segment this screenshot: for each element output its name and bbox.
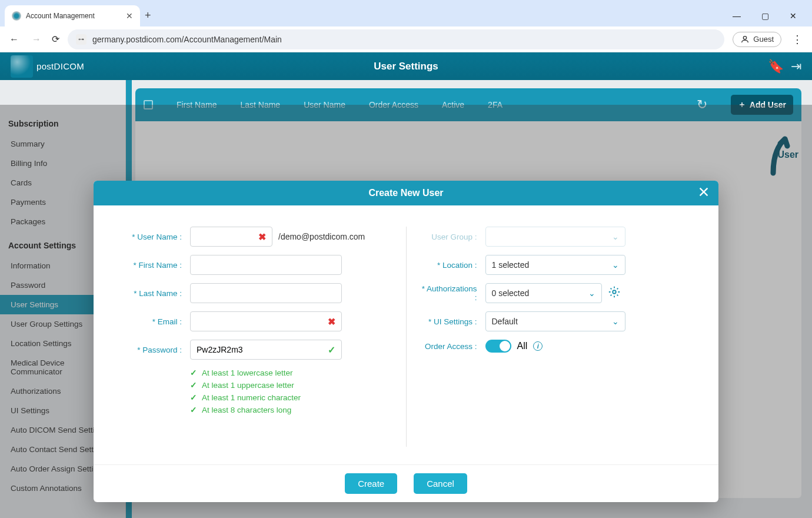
modal-right-column: User Group : ⌄ * Location : 1 selected ⌄… [407, 227, 701, 447]
brand-logo[interactable]: postDICOM [11, 55, 84, 78]
modal-title: Create New User [368, 188, 443, 198]
create-user-modal: Create New User * User Name : ✖ /demo@po… [94, 181, 718, 502]
order-access-value: All [517, 341, 528, 351]
label-last-name: * Last Name : [123, 289, 182, 298]
email-input[interactable] [197, 312, 328, 331]
modal-left-column: * User Name : ✖ /demo@postdicom.com * Fi… [111, 227, 407, 447]
first-name-input[interactable] [197, 255, 335, 274]
url-text: germany.postdicom.com/AccountManagement/… [92, 35, 282, 44]
browser-menu-button[interactable]: ⋮ [790, 33, 805, 46]
browser-toolbar: ← → ⟳ ⊶ germany.postdicom.com/AccountMan… [0, 26, 812, 52]
error-icon: ✖ [328, 316, 335, 327]
close-window-button[interactable]: ✕ [786, 11, 800, 21]
modal-header: Create New User [94, 181, 718, 205]
browser-tab-bar: Account Management ✕ + — ▢ ✕ [0, 0, 812, 26]
new-tab-button[interactable]: + [145, 9, 151, 26]
ui-settings-select[interactable]: Default ⌄ [485, 311, 625, 331]
tab-title: Account Management [26, 12, 121, 20]
label-email: * Email : [123, 317, 182, 326]
browser-tab[interactable]: Account Management ✕ [5, 5, 140, 26]
back-button[interactable]: ← [7, 34, 21, 45]
address-bar[interactable]: ⊶ germany.postdicom.com/AccountManagemen… [68, 29, 724, 49]
label-user-name: * User Name : [123, 233, 182, 241]
svg-point-1 [613, 290, 616, 294]
pw-rule-numeric: At least 1 numeric character [190, 393, 394, 402]
chevron-down-icon: ⌄ [612, 317, 619, 326]
exit-icon[interactable]: ⇥ [791, 59, 801, 74]
close-icon [697, 185, 710, 198]
order-access-toggle[interactable] [485, 340, 511, 353]
person-icon [740, 35, 750, 44]
label-location: * Location : [418, 261, 477, 270]
user-group-select[interactable]: ⌄ [485, 227, 625, 247]
create-button[interactable]: Create [345, 473, 397, 494]
check-icon: ✓ [328, 344, 335, 356]
label-order-access: Order Access : [418, 342, 477, 351]
reload-button[interactable]: ⟳ [52, 34, 59, 45]
chevron-down-icon: ⌄ [588, 288, 595, 298]
authorizations-settings-button[interactable] [608, 285, 621, 301]
gear-icon [608, 285, 621, 298]
first-name-input-wrap [190, 255, 342, 275]
label-user-group: User Group : [418, 233, 477, 241]
label-first-name: * First Name : [123, 261, 182, 270]
pw-rule-uppercase: At least 1 uppercase letter [190, 380, 394, 390]
close-tab-icon[interactable]: ✕ [126, 11, 133, 21]
label-ui-settings: * UI Settings : [418, 317, 477, 326]
last-name-input-wrap [190, 283, 342, 303]
brand-text: postDICOM [36, 61, 84, 71]
minimize-button[interactable]: — [730, 11, 744, 21]
profile-button[interactable]: Guest [733, 32, 781, 47]
email-input-wrap: ✖ [190, 311, 342, 331]
site-info-icon[interactable]: ⊶ [76, 34, 86, 45]
logo-icon [11, 55, 33, 78]
maximize-button[interactable]: ▢ [758, 11, 772, 21]
error-icon: ✖ [258, 231, 266, 243]
pw-rule-length: At least 8 characters long [190, 405, 394, 414]
svg-point-0 [744, 36, 747, 39]
chevron-down-icon: ⌄ [612, 260, 619, 270]
password-input-wrap: ✓ [190, 340, 342, 360]
tab-favicon-icon [12, 11, 21, 21]
user-name-suffix: /demo@postdicom.com [278, 232, 365, 241]
info-icon[interactable]: i [533, 341, 543, 351]
last-name-input[interactable] [197, 284, 335, 303]
cancel-button[interactable]: Cancel [414, 473, 467, 494]
user-name-input-wrap: ✖ [190, 227, 272, 247]
app-header: postDICOM User Settings 🔖 ⇥ [0, 52, 812, 80]
location-select[interactable]: 1 selected ⌄ [485, 255, 625, 275]
password-input[interactable] [197, 340, 328, 359]
credits-icon[interactable]: 🔖 [768, 59, 784, 74]
page-title: User Settings [374, 61, 438, 72]
forward-button[interactable]: → [29, 34, 44, 45]
password-rules: At least 1 lowercase letter At least 1 u… [190, 368, 394, 414]
window-controls: — ▢ ✕ [730, 11, 807, 26]
chevron-down-icon: ⌄ [612, 232, 619, 241]
modal-close-button[interactable] [697, 185, 710, 201]
authorizations-select[interactable]: 0 selected ⌄ [485, 283, 602, 303]
label-authorizations: * Authorizations : [418, 284, 477, 302]
user-name-input[interactable] [197, 227, 258, 246]
modal-footer: Create Cancel [94, 464, 718, 502]
label-password: * Password : [123, 346, 182, 354]
pw-rule-lowercase: At least 1 lowercase letter [190, 368, 394, 377]
